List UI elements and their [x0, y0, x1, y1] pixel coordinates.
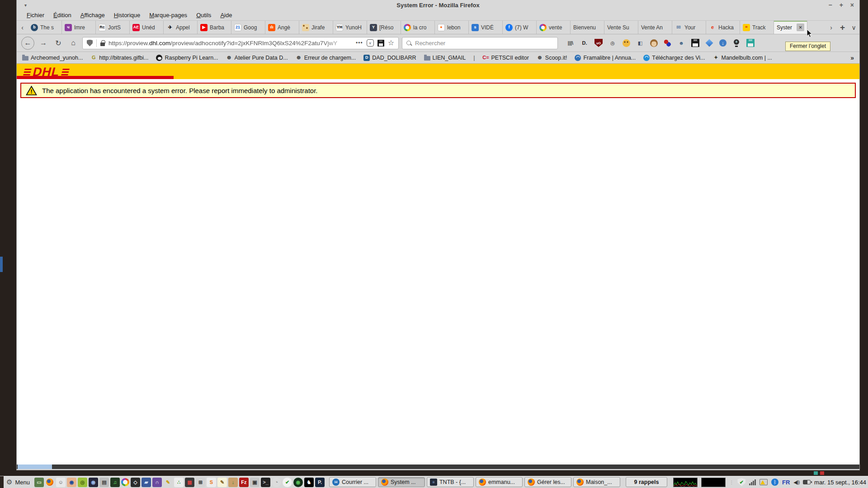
menu-item-dition[interactable]: Édition	[49, 11, 76, 19]
taskbar-window-button[interactable]: Gérer les...	[524, 477, 571, 487]
browser-tab[interactable]: ✈Appel	[164, 21, 198, 34]
security-shield-icon[interactable]: ✔	[737, 478, 745, 486]
browser-tab[interactable]: bThe s	[28, 21, 62, 34]
package-launcher[interactable]: ↓	[228, 478, 238, 487]
close-tab-icon[interactable]: ×	[797, 23, 804, 31]
back-button[interactable]: ←	[21, 37, 34, 50]
bookmark-item[interactable]: ⊕Erreur de chargem...	[296, 55, 356, 61]
reload-button[interactable]: ↻	[52, 37, 64, 49]
menu-item-fichier[interactable]: Fichier	[22, 11, 49, 19]
blobs-launcher[interactable]: ∴	[174, 478, 184, 487]
bluetooth-icon[interactable]: ᛒ	[771, 479, 778, 486]
volume-icon[interactable]: ◀))	[793, 479, 799, 485]
page-actions-icon[interactable]: •••	[356, 40, 363, 46]
home-button[interactable]: ⌂	[67, 37, 79, 49]
spiral-launcher[interactable]: ◎	[78, 478, 87, 487]
taskbar-window-button[interactable]: System ...	[378, 477, 425, 487]
greasemonkey-icon[interactable]	[650, 39, 658, 47]
taskbar-clock[interactable]: mar. 15 sept., 16:44	[814, 479, 866, 486]
lens-launcher[interactable]: ◉	[89, 478, 98, 487]
browser-tab[interactable]: AEUnéd	[130, 21, 164, 34]
video-download-extension-icon[interactable]: ↓	[719, 39, 726, 47]
menu-item-aide[interactable]: Aide	[216, 11, 236, 19]
browser-tab[interactable]: =Track	[740, 21, 774, 34]
save-page-extension-icon[interactable]	[691, 39, 699, 47]
browser-tab[interactable]: eHacka	[706, 21, 740, 34]
bookmark-item[interactable]: ⊕Scoop.it!	[537, 55, 567, 61]
photos-launcher[interactable]	[121, 478, 129, 486]
webcam-extension-icon[interactable]	[732, 39, 741, 47]
url-bar[interactable]: https://proview.dhl.com/proview/adhocnot…	[82, 37, 399, 49]
d-dot-extension-icon[interactable]: D.	[580, 39, 589, 47]
browser-tab[interactable]: sVIDÉ	[469, 21, 503, 34]
all-tabs-button[interactable]: ∨	[848, 21, 859, 34]
film-launcher[interactable]: ▰	[142, 478, 151, 487]
bookmark-item[interactable]: Ghttp://bitrates.gifbi...	[90, 55, 148, 61]
clock-check-launcher[interactable]: ✔	[283, 478, 292, 487]
terminal-launcher[interactable]: >_	[261, 478, 270, 487]
speech-launcher[interactable]: ☺	[56, 478, 66, 487]
save-page-icon[interactable]	[377, 40, 384, 47]
bookmark-item[interactable]: DDAD_DOLIBARR	[363, 55, 416, 61]
menu-item-marquepages[interactable]: Marque-pages	[145, 11, 192, 19]
url-text[interactable]: https://proview.dhl.com/proview/adhocnot…	[108, 40, 352, 47]
horse-launcher[interactable]: ♞	[304, 478, 314, 487]
titlebar[interactable]: ▾ System Error - Mozilla Firefox − + ×	[17, 0, 859, 10]
browser-tab[interactable]: RcJortS	[96, 21, 130, 34]
ublock-origin-icon[interactable]: uO	[594, 39, 603, 47]
headphones-launcher[interactable]: ∩	[152, 478, 162, 487]
colored-balls-extension-icon[interactable]	[664, 39, 671, 47]
window-menu-icon[interactable]: ▾	[24, 3, 27, 8]
bookmark-item[interactable]: ✦Mandelbulb.com | ...	[712, 55, 772, 61]
firefox-launcher[interactable]	[45, 478, 55, 487]
browser-tab[interactable]: ▶Barba	[198, 21, 231, 34]
bookmark-item[interactable]: ◠Framalibre | Annua...	[575, 55, 636, 61]
menu-item-outils[interactable]: Outils	[192, 11, 216, 19]
browser-tab[interactable]: Bienvenu	[571, 21, 604, 34]
lock-icon[interactable]	[100, 42, 105, 46]
blue-diamond-extension-icon[interactable]	[705, 39, 713, 47]
redbox-launcher[interactable]: ▦	[185, 478, 194, 487]
browser-tab[interactable]: Syster×	[774, 21, 807, 34]
maximize-button[interactable]: +	[840, 2, 843, 8]
screen-launcher[interactable]: ▣	[250, 478, 259, 487]
keyboard-layout-indicator[interactable]: FR	[782, 479, 790, 486]
forward-button[interactable]: →	[38, 37, 49, 49]
system-monitor-graph[interactable]	[673, 478, 698, 487]
sphere-launcher[interactable]: ◔	[272, 478, 281, 487]
eye-launcher[interactable]: ◉	[67, 478, 76, 487]
tab-scroll-right-icon[interactable]: ›	[826, 21, 837, 34]
bookmark-item[interactable]: C=PETSCII editor	[482, 55, 528, 61]
sweethome-launcher[interactable]: S	[207, 478, 216, 487]
browser-tab[interactable]: ılıAngè	[265, 21, 299, 34]
search-bar[interactable]	[402, 37, 558, 49]
browser-tab[interactable]: Y[Réso	[367, 21, 401, 34]
network-signal-icon[interactable]	[749, 479, 756, 485]
browser-tab[interactable]: ✉Your	[672, 21, 706, 34]
drive-launcher[interactable]: ▤	[99, 478, 109, 487]
close-window-button[interactable]: ×	[850, 2, 854, 8]
network-monitor-graph[interactable]	[701, 478, 726, 487]
taskbar-window-button[interactable]: ✉Courrier ...	[329, 477, 376, 487]
browser-tab[interactable]: ●lebon	[435, 21, 469, 34]
sidebar-extension-icon[interactable]: ◧	[636, 39, 644, 47]
filezilla-launcher[interactable]: Fz	[239, 478, 249, 487]
new-tab-button[interactable]: +	[837, 21, 848, 34]
browser-tab[interactable]: YHYunoH	[333, 21, 367, 34]
bookmark-item[interactable]: ◠Téléchargez des Vi...	[643, 55, 705, 61]
browser-tab[interactable]: Vente An	[638, 21, 672, 34]
taskbar-window-button[interactable]: Maison_...	[573, 477, 620, 487]
pen-launcher[interactable]: ✎	[163, 478, 173, 487]
bookmark-item[interactable]: Raspberry Pi Learn...	[156, 55, 218, 61]
minimize-button[interactable]: −	[828, 2, 832, 8]
bookmark-item[interactable]: Archeomed_yunoh...	[22, 55, 83, 61]
browser-tab[interactable]: vente	[537, 21, 571, 34]
bookmark-item[interactable]: ⊕Atelier Pure Data D...	[226, 55, 288, 61]
petscii-launcher[interactable]: P.	[315, 478, 325, 487]
menu-item-affichage[interactable]: Affichage	[76, 11, 109, 19]
browser-tab[interactable]: Jirafe	[299, 21, 333, 34]
pocket-icon[interactable]: ∨	[367, 39, 374, 47]
notes-launcher[interactable]: ✎	[217, 478, 227, 487]
taskbar-menu-button[interactable]: ⚙ Menu	[4, 478, 34, 486]
bookmarks-overflow-icon[interactable]: »	[850, 54, 854, 61]
